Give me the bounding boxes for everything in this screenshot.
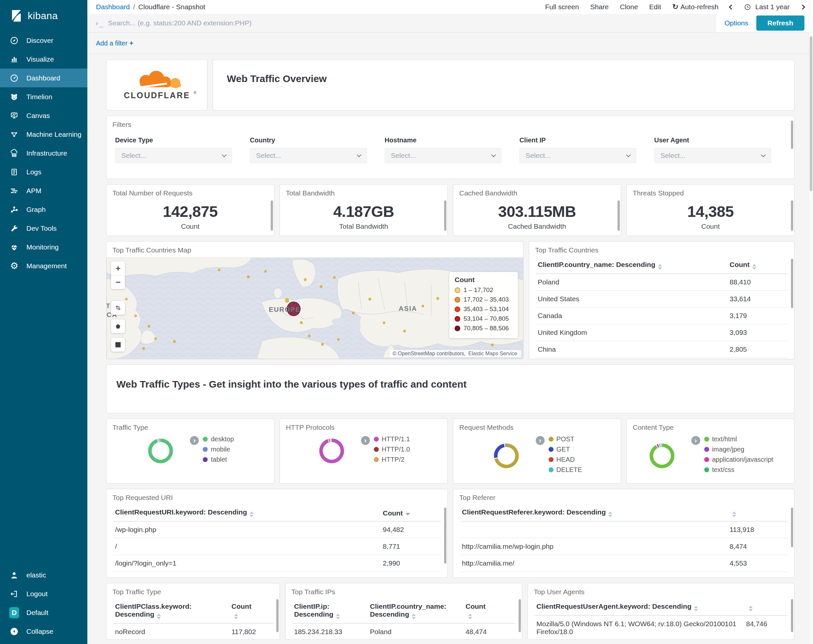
filter-client-ip: Client IP Select... bbox=[519, 136, 636, 163]
column-header-user-agent[interactable]: ClientRequestUserAgent.keyword: Descendi… bbox=[536, 603, 746, 611]
edit-button[interactable]: Edit bbox=[649, 3, 661, 11]
legend-toggle-icon[interactable]: › bbox=[691, 436, 700, 445]
legend-item[interactable]: DELETE bbox=[549, 466, 582, 474]
column-header-ip[interactable]: ClientIP.ip: Descending bbox=[294, 603, 370, 619]
scrollbar-thumb[interactable] bbox=[518, 599, 521, 632]
legend-toggle-icon[interactable]: › bbox=[190, 436, 199, 445]
column-header-country[interactable]: ClientIP.country_name: Descending bbox=[538, 261, 730, 270]
polygon-tool-button[interactable] bbox=[111, 319, 125, 333]
sidebar-item-machine-learning[interactable]: Machine Learning bbox=[0, 125, 87, 144]
sidebar-item-infrastructure[interactable]: Infrastructure bbox=[0, 144, 87, 163]
legend-toggle-icon[interactable]: › bbox=[536, 436, 545, 445]
legend-item: 35,403 – 53,104 bbox=[455, 305, 513, 313]
sidebar-item-space-default[interactable]: D Default bbox=[0, 603, 87, 622]
maps-service-link[interactable]: Elastic Maps Service bbox=[467, 350, 519, 357]
sidebar-item-user[interactable]: elastic bbox=[0, 566, 87, 584]
scrollbar-thumb[interactable] bbox=[791, 121, 793, 149]
http-protocols-donut[interactable] bbox=[318, 437, 346, 465]
scrollbar-thumb[interactable] bbox=[791, 508, 793, 547]
legend-toggle-icon[interactable]: › bbox=[361, 436, 370, 445]
sidebar-item-label: Discover bbox=[26, 37, 54, 44]
legend-item[interactable]: application/javascript bbox=[704, 456, 773, 463]
user-agent-select[interactable]: Select... bbox=[654, 148, 771, 163]
time-forward-button[interactable] bbox=[800, 4, 805, 9]
time-back-button[interactable] bbox=[729, 4, 734, 9]
sidebar-item-logout[interactable]: Logout bbox=[0, 584, 87, 603]
breadcrumb-dashboard[interactable]: Dashboard bbox=[96, 3, 130, 11]
window-scrollbar-thumb[interactable] bbox=[810, 36, 812, 191]
search-field[interactable]: ›_ bbox=[87, 14, 716, 32]
auto-refresh-button[interactable]: ↻Auto-refresh bbox=[672, 3, 718, 11]
kibana-logo[interactable]: kibana bbox=[0, 0, 87, 31]
sidebar-item-graph[interactable]: Graph bbox=[0, 200, 87, 219]
add-filter-link[interactable]: Add a filter+ bbox=[96, 40, 133, 47]
legend-item[interactable]: image/jpeg bbox=[704, 446, 773, 453]
sidebar-item-monitoring[interactable]: Monitoring bbox=[0, 238, 87, 256]
country-select[interactable]: Select... bbox=[250, 148, 367, 163]
time-range-picker[interactable]: Last 1 year bbox=[744, 3, 790, 11]
column-header-uri[interactable]: ClientRequestURI.keyword: Descending bbox=[115, 508, 383, 517]
hostname-select[interactable]: Select... bbox=[385, 148, 502, 163]
share-button[interactable]: Share bbox=[590, 3, 609, 11]
window-scrollbar[interactable] bbox=[809, 0, 813, 644]
scrollbar-thumb[interactable] bbox=[791, 259, 793, 308]
column-header-count[interactable]: Count bbox=[465, 603, 505, 619]
scrollbar-thumb[interactable] bbox=[618, 200, 620, 231]
column-header-count[interactable]: Count bbox=[232, 603, 271, 619]
legend-item[interactable]: HEAD bbox=[549, 456, 582, 463]
sidebar-item-visualize[interactable]: Visualize bbox=[0, 50, 87, 69]
scrollbar-thumb[interactable] bbox=[444, 508, 446, 564]
column-header-country[interactable]: ClientIP.country_name: Descending bbox=[370, 603, 465, 619]
chevron-down-icon bbox=[222, 152, 227, 157]
world-map[interactable]: EUROPE ASIA NORTH AMERICA + − bbox=[106, 258, 523, 359]
sidebar-item-discover[interactable]: Discover bbox=[0, 31, 87, 50]
sidebar-item-management[interactable]: ⚙ Management bbox=[0, 256, 87, 275]
scrollbar-thumb[interactable] bbox=[444, 200, 446, 231]
legend-item[interactable]: POST bbox=[549, 435, 582, 443]
legend-item[interactable]: HTTP/1.0 bbox=[374, 446, 410, 453]
sidebar-item-timelion[interactable]: Timelion bbox=[0, 87, 87, 106]
scrollbar-thumb[interactable] bbox=[276, 599, 279, 632]
traffic-type-donut[interactable] bbox=[146, 437, 175, 465]
legend-item[interactable]: GET bbox=[549, 446, 582, 453]
legend-item[interactable]: text/css bbox=[704, 466, 773, 474]
column-header-referer[interactable]: ClientRequestReferer.keyword: Descending bbox=[462, 508, 730, 517]
legend-dot bbox=[704, 447, 709, 452]
table-row: /wp-login.php94,482 bbox=[113, 521, 441, 538]
sidebar-item-apm[interactable]: APM bbox=[0, 181, 87, 200]
clone-button[interactable]: Clone bbox=[620, 3, 638, 11]
refresh-button[interactable]: Refresh bbox=[756, 15, 804, 31]
crop-tool-button[interactable] bbox=[111, 301, 125, 315]
column-header-count[interactable] bbox=[746, 603, 785, 611]
legend-item[interactable]: HTTP/2 bbox=[374, 456, 410, 463]
device-type-select[interactable]: Select... bbox=[115, 148, 232, 163]
full-screen-button[interactable]: Full screen bbox=[545, 3, 579, 11]
column-header-class[interactable]: ClientIPClass.keyword: Descending bbox=[115, 603, 232, 619]
legend-item[interactable]: mobile bbox=[203, 446, 234, 453]
options-link[interactable]: Options bbox=[724, 19, 748, 27]
request-methods-donut[interactable] bbox=[492, 442, 521, 470]
sidebar-item-canvas[interactable]: Canvas bbox=[0, 106, 87, 125]
zoom-out-button[interactable]: − bbox=[111, 275, 125, 289]
sidebar-item-dev-tools[interactable]: Dev Tools bbox=[0, 219, 87, 238]
app-name: kibana bbox=[28, 10, 58, 21]
scrollbar-thumb[interactable] bbox=[271, 200, 273, 231]
content-type-donut[interactable] bbox=[648, 442, 676, 470]
sidebar-item-logs[interactable]: Logs bbox=[0, 163, 87, 181]
sidebar-item-dashboard[interactable]: Dashboard bbox=[0, 69, 87, 87]
legend-item[interactable]: HTTP/1.1 bbox=[374, 435, 410, 443]
legend-item[interactable]: tablet bbox=[203, 456, 234, 463]
scrollbar-thumb[interactable] bbox=[791, 200, 793, 231]
client-ip-select[interactable]: Select... bbox=[519, 148, 636, 163]
rectangle-tool-button[interactable] bbox=[111, 338, 125, 352]
zoom-in-button[interactable]: + bbox=[111, 261, 125, 275]
legend-item[interactable]: desktop bbox=[203, 435, 234, 443]
search-input[interactable] bbox=[108, 19, 709, 27]
column-header-count[interactable]: Count bbox=[383, 509, 439, 517]
svg-text:EUROPE: EUROPE bbox=[269, 305, 301, 313]
sidebar-item-collapse[interactable]: Collapse bbox=[0, 622, 87, 641]
column-header-count[interactable]: Count bbox=[730, 261, 785, 270]
scrollbar-thumb[interactable] bbox=[791, 599, 793, 632]
column-header-count[interactable] bbox=[730, 508, 785, 517]
legend-item[interactable]: text/html bbox=[704, 435, 773, 443]
